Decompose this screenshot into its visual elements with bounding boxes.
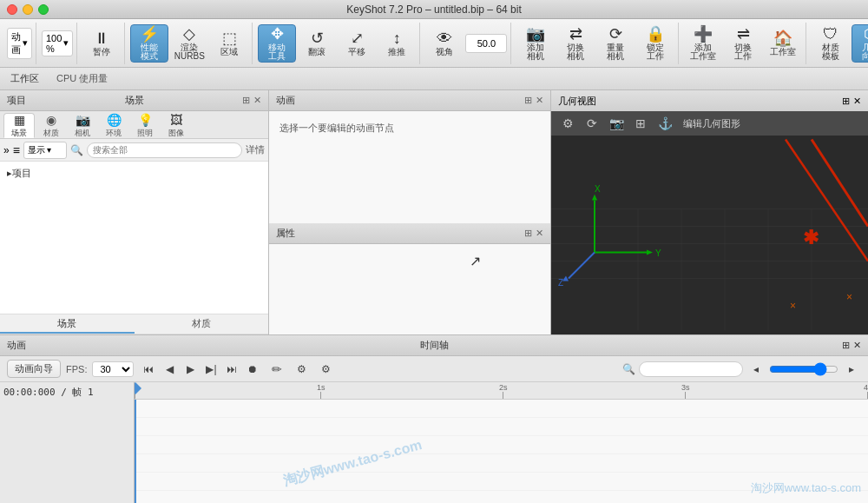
timeline-left-panel: 00:00:000 / 帧 1 (0, 382, 135, 503)
fps-select[interactable]: 30 24 60 (92, 361, 134, 377)
geo-settings-icon[interactable]: ⚙ (558, 114, 577, 133)
add-studio-button[interactable]: ➕ 添加 工作室 (684, 24, 722, 63)
ruler-label-4s: 4s (864, 383, 868, 392)
cpu-usage-item: CPU 使用量 (53, 70, 111, 87)
search-prev-button[interactable]: ◂ (746, 360, 766, 379)
tick-2s (503, 392, 503, 399)
material-label: 材质 模板 (822, 43, 839, 61)
workspace-item[interactable]: 工作区 (7, 70, 43, 87)
close-icon[interactable]: ✕ (253, 95, 261, 106)
geo-expand-icon[interactable]: ⊞ (631, 114, 650, 133)
step-back-button[interactable]: ◀ (160, 360, 179, 379)
tab-environment[interactable]: 🌐 环境 (99, 113, 128, 138)
display-dropdown[interactable]: 显示 ▾ (23, 142, 67, 159)
animation-dropdown[interactable]: 动画 ▾ (7, 28, 32, 59)
scene-label: 场景 (125, 94, 144, 107)
material-template-button[interactable]: 🛡 材质 模板 (812, 24, 850, 63)
close-icon[interactable]: ✕ (853, 96, 861, 107)
settings-button[interactable]: ⚙ (292, 360, 311, 379)
zoom-slider[interactable] (769, 362, 838, 376)
pause-button[interactable]: ⏸ 暂停 (82, 24, 121, 63)
subtab-material[interactable]: 材质 (135, 314, 269, 334)
svg-text:×: × (846, 291, 852, 303)
geometry-guide-button[interactable]: ⬡ 几何 向导 (852, 24, 868, 63)
grid-svg: Y X Z ✱ × × (551, 136, 868, 334)
back-icon[interactable]: » (3, 144, 10, 156)
expand-icon[interactable]: ⊞ (524, 228, 532, 239)
panel-search-input[interactable] (87, 142, 242, 158)
move-tool-button[interactable]: ✥ 移动 工具 (258, 24, 296, 63)
expand-icon[interactable]: ⊞ (524, 95, 532, 106)
region-button[interactable]: ⬚ 区域 (210, 24, 248, 63)
scroll-label: 翻滚 (308, 48, 326, 56)
reset-camera-button[interactable]: ⟳ 重量 相机 (596, 24, 635, 63)
push-button[interactable]: ↕ 推推 (378, 24, 416, 63)
animation-panel: 动画 ⊞ ✕ 选择一个要编辑的动画节点 属性 ⊞ ✕ ↗ (269, 90, 551, 334)
switch-work-button[interactable]: ⇌ 切换 工作 (724, 24, 762, 63)
play-button[interactable]: ▶ (181, 360, 200, 379)
tab-lighting[interactable]: 💡 照明 (130, 113, 160, 138)
expand-icon[interactable]: ⊞ (242, 95, 250, 106)
step-forward-button[interactable]: ▶| (201, 360, 220, 379)
more-button[interactable]: ⚙ (316, 360, 335, 379)
expand-icon[interactable]: ⊞ (842, 340, 850, 351)
minimize-button[interactable] (23, 4, 33, 15)
skip-to-end-button[interactable]: ⏭ (222, 360, 241, 379)
push-icon: ↕ (393, 30, 401, 46)
tab-image[interactable]: 🖼 图像 (161, 113, 191, 138)
geo-rotate-icon[interactable]: ⟳ (582, 114, 602, 133)
close-button[interactable] (7, 4, 17, 15)
svg-text:✱: ✱ (803, 227, 819, 248)
maximize-button[interactable] (38, 4, 49, 15)
timeline-right-panel: 1s 2s 3s 4s (135, 382, 868, 503)
timeline-search-input[interactable] (639, 361, 743, 377)
geo-anchor-icon[interactable]: ⚓ (655, 114, 674, 133)
view-angle-button[interactable]: 👁 视角 (425, 24, 464, 63)
subtab-scene[interactable]: 场景 (0, 314, 135, 334)
watermark-text: 淘沙网www.tao-s.com (281, 436, 424, 491)
edit-button[interactable]: ✏ (267, 360, 286, 379)
region-icon: ⬚ (222, 30, 237, 46)
close-icon[interactable]: ✕ (536, 228, 543, 239)
image-tab-label: 图像 (168, 128, 184, 139)
list-item[interactable]: ▸ 项目 (3, 165, 265, 182)
subtab-material-label: 材质 (192, 317, 211, 330)
camera-tab-label: 相机 (75, 128, 90, 139)
tree-icon[interactable]: ≡ (13, 143, 20, 157)
view-angle-group: 👁 视角 (422, 23, 511, 64)
geo-camera-icon[interactable]: 📷 (607, 114, 626, 133)
pan-button[interactable]: ⤢ 平移 (338, 24, 376, 63)
studio-group: ➕ 添加 工作室 ⇌ 切换 工作 🏠 工作室 (681, 23, 806, 64)
switch-work-icon: ⇌ (737, 26, 750, 42)
camera-group: 📷 添加 相机 ⇄ 切换 相机 ⟳ 重量 相机 🔒 锁定 工作 (513, 23, 679, 64)
anim-header-icons: ⊞ ✕ (524, 95, 543, 106)
search-next-button[interactable]: ▸ (842, 360, 861, 379)
angle-value-input[interactable] (465, 34, 507, 53)
svg-line-11 (786, 140, 868, 261)
expand-icon[interactable]: ⊞ (842, 96, 850, 107)
studio-button[interactable]: 🏠 工作室 (764, 24, 802, 63)
material-tab-label: 材质 (43, 128, 59, 139)
switch-camera-button[interactable]: ⇄ 切换 相机 (556, 24, 595, 63)
ruler-mark-4s: 4s (864, 383, 868, 399)
anim-panel-header: 动画 ⊞ ✕ (269, 90, 550, 111)
animation-wizard-button[interactable]: 动画向导 (7, 360, 61, 378)
skip-to-start-button[interactable]: ⏮ (139, 360, 158, 379)
tab-scene[interactable]: ▦ 场景 (3, 113, 35, 138)
scroll-button[interactable]: ↺ 翻滚 (298, 24, 336, 63)
switch-camera-icon: ⇄ (569, 26, 582, 42)
zoom-dropdown[interactable]: 100 % ▾ (42, 30, 73, 56)
ruler-mark-1s: 1s (317, 383, 326, 399)
lock-label: 锁定 工作 (647, 43, 664, 61)
close-icon[interactable]: ✕ (853, 340, 861, 351)
tab-material[interactable]: ◉ 材质 (36, 113, 66, 138)
performance-mode-button[interactable]: ⚡ 性能 模式 (130, 24, 168, 63)
timeline-header-icons: ⊞ ✕ (842, 340, 861, 351)
tab-camera[interactable]: 📷 相机 (68, 113, 97, 138)
add-camera-button[interactable]: 📷 添加 相机 (516, 24, 555, 63)
lock-camera-button[interactable]: 🔒 锁定 工作 (636, 24, 674, 63)
record-button[interactable]: ⏺ (243, 360, 262, 379)
add-studio-label: 添加 工作室 (690, 43, 716, 61)
render-nurbs-button[interactable]: ◇ 渲染 NURBS (170, 24, 208, 63)
close-icon[interactable]: ✕ (536, 95, 543, 106)
